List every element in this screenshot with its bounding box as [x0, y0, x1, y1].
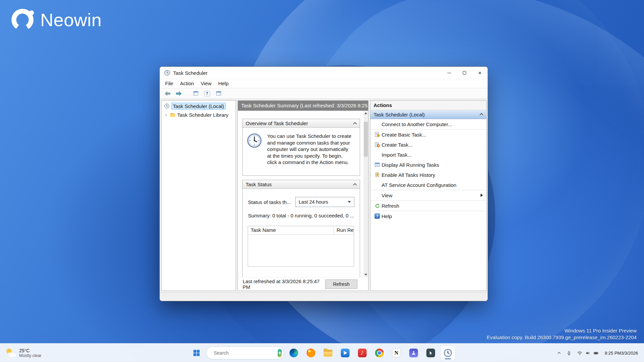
maximize-icon	[463, 71, 466, 74]
action-enable-all-tasks-history[interactable]: Enable All Tasks History	[370, 170, 486, 180]
action-connect-to-another-computer[interactable]: Connect to Another Computer...	[370, 119, 486, 129]
tree-item-label[interactable]: Task Scheduler Library	[177, 112, 229, 118]
maximize-button[interactable]	[457, 67, 472, 79]
create-basic-task-icon	[373, 132, 382, 137]
console-tree-pane: Task Scheduler (Local) › Task Scheduler …	[161, 100, 236, 291]
chevron-up-icon	[556, 350, 562, 356]
blue-app-icon[interactable]	[338, 346, 352, 360]
speaker-icon	[585, 351, 591, 356]
help-icon: ?	[373, 213, 382, 219]
clock-icon	[164, 103, 169, 109]
search-input[interactable]	[214, 350, 275, 356]
summary-content: Overview of Task Scheduler You can use T…	[238, 111, 363, 277]
clock-widget[interactable]: 8:25 PM 3/3/2026	[603, 346, 641, 360]
menu-bar: File Action View Help	[160, 79, 488, 88]
display-running-tasks-icon	[373, 162, 382, 167]
action-display-all-running-tasks[interactable]: Display All Running Tasks	[370, 160, 486, 170]
refresh-button[interactable]: Refresh	[325, 279, 357, 289]
battery-icon	[593, 351, 599, 356]
overview-description: You can use Task Scheduler to create and…	[267, 133, 353, 175]
teams-icon[interactable]	[406, 346, 421, 360]
scrollbar-thumb[interactable]	[364, 122, 368, 157]
close-button[interactable]: ×	[472, 67, 488, 79]
weather-widget[interactable]: 25°C Mostly clear	[4, 344, 44, 362]
overview-section-title: Overview of Task Scheduler	[246, 120, 308, 126]
refresh-row: Last refreshed at 3/3/2026 8:25:47 PM Re…	[238, 277, 363, 291]
action-label: Connect to Another Computer...	[382, 121, 452, 127]
tray-time: 8:25 PM	[605, 350, 621, 356]
titlebar[interactable]: Task Scheduler ×	[160, 67, 488, 79]
chevron-down-icon	[348, 201, 351, 203]
search-box[interactable]	[206, 347, 284, 359]
task-status-section-header[interactable]: Task Status	[243, 180, 360, 189]
tree-item-label[interactable]: Task Scheduler (Local)	[171, 103, 226, 110]
action-at-service-account-configuration[interactable]: AT Service Account Configuration	[370, 180, 486, 190]
notion-icon[interactable]: N	[389, 346, 404, 360]
summary-pane: Task Scheduler Summary (Last refreshed: …	[238, 100, 368, 291]
scroll-up-button[interactable]	[363, 111, 368, 116]
microphone-icon	[566, 351, 572, 356]
create-task-icon	[373, 142, 382, 147]
chrome-icon[interactable]	[372, 346, 387, 360]
clock-icon	[443, 349, 452, 357]
expand-chevron-icon[interactable]: ›	[165, 112, 170, 117]
action-create-task[interactable]: Create Task...	[370, 140, 486, 150]
neowin-logo-icon	[11, 9, 34, 31]
tree-item-task-scheduler-local[interactable]: Task Scheduler (Local)	[162, 102, 236, 110]
show-action-pane-button[interactable]	[214, 90, 223, 98]
task-scheduler-window: Task Scheduler × File Action View Help	[159, 66, 488, 301]
collapse-chevron-icon[interactable]	[353, 122, 357, 125]
menu-view[interactable]: View	[197, 79, 215, 88]
collapse-chevron-icon[interactable]	[353, 183, 357, 187]
action-refresh[interactable]: Refresh	[370, 201, 486, 211]
start-button[interactable]	[189, 346, 204, 360]
collapse-chevron-icon[interactable]	[480, 113, 483, 117]
overview-section-header[interactable]: Overview of Task Scheduler	[243, 119, 360, 128]
menu-file[interactable]: File	[162, 79, 177, 88]
action-import-task[interactable]: Import Task...	[370, 150, 486, 160]
actions-group-task-scheduler-local[interactable]: Task Scheduler (Local)	[370, 110, 486, 119]
minimize-button[interactable]	[441, 67, 457, 79]
column-header-task-name[interactable]: Task Name	[248, 226, 334, 235]
gray-app-icon[interactable]	[423, 346, 438, 360]
last-refreshed-text: Last refreshed at 3/3/2026 8:25:47 PM	[243, 278, 325, 290]
time-range-dropdown[interactable]: Last 24 hours	[295, 197, 354, 207]
action-help[interactable]: ? Help	[370, 211, 486, 221]
action-create-basic-task[interactable]: Create Basic Task...	[370, 130, 486, 140]
actions-group-label: Task Scheduler (Local)	[374, 112, 425, 117]
actions-pane: Actions Task Scheduler (Local) Connect t…	[370, 100, 487, 291]
microphone-tray-button[interactable]	[564, 346, 574, 360]
task-scheduler-taskbar-icon[interactable]	[440, 346, 455, 360]
overview-section: Overview of Task Scheduler You can use T…	[242, 119, 360, 176]
back-button[interactable]	[163, 90, 172, 98]
tree-item-task-scheduler-library[interactable]: › Task Scheduler Library	[162, 111, 236, 119]
show-console-tree-button[interactable]	[191, 90, 200, 98]
file-explorer-icon[interactable]	[320, 346, 335, 360]
menu-action[interactable]: Action	[177, 79, 197, 88]
action-label: Create Basic Task...	[382, 132, 426, 138]
system-tray: 8:25 PM 3/3/2026	[554, 344, 641, 362]
vertical-scrollbar[interactable]	[363, 111, 368, 277]
menu-help[interactable]: Help	[215, 79, 232, 88]
edge-icon[interactable]	[286, 346, 301, 360]
close-icon: ×	[478, 70, 482, 76]
network-volume-battery-group[interactable]	[574, 346, 602, 360]
firefox-icon[interactable]	[303, 346, 318, 360]
watermark-build: Evaluation copy. Build 26300.7939.ge_pre…	[487, 334, 637, 340]
forward-button[interactable]	[175, 90, 183, 98]
windows-logo-icon	[193, 349, 200, 357]
time-range-value: Last 24 hours	[299, 199, 328, 205]
weather-icon	[6, 349, 16, 357]
scroll-down-button[interactable]	[363, 272, 368, 277]
tray-overflow-button[interactable]	[554, 346, 564, 360]
search-highlights-icon[interactable]	[278, 349, 282, 357]
help-toolbar-button[interactable]: ?	[203, 90, 211, 98]
console-tree-icon	[193, 91, 199, 96]
column-header-run-result[interactable]: Run Resu	[334, 226, 354, 235]
status-of-tasks-label: Status of tasks th...	[248, 199, 291, 205]
actions-pane-title: Actions	[370, 101, 486, 110]
wifi-icon	[577, 351, 583, 356]
red-app-icon[interactable]: ♪	[355, 346, 369, 360]
windows-watermark: Windows 11 Pro Insider Preview Evaluatio…	[487, 328, 637, 340]
action-view[interactable]: View	[370, 190, 486, 200]
